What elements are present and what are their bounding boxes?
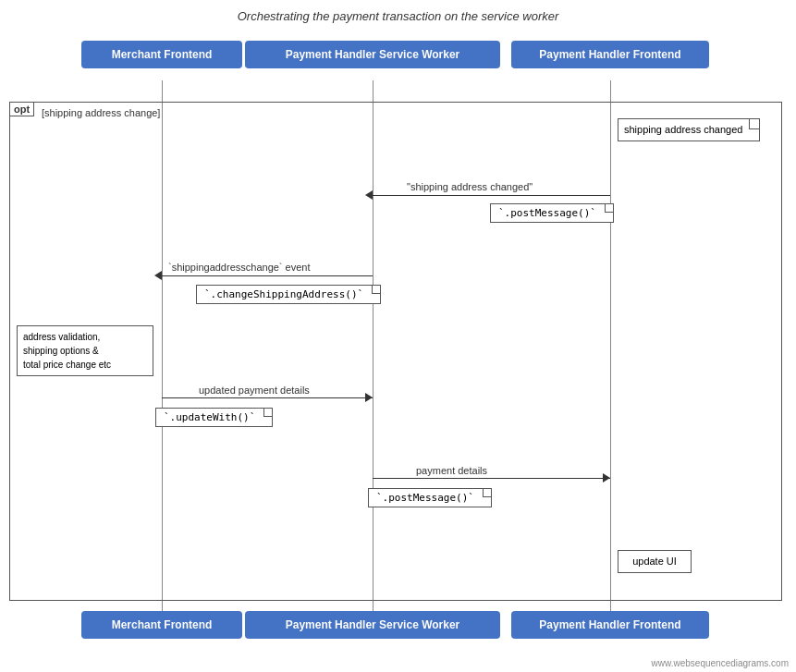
watermark: www.websequencediagrams.com bbox=[652, 658, 789, 668]
arrow-label-updated-payment: updated payment details bbox=[199, 385, 310, 396]
lifeline-merchant-bottom: Merchant Frontend bbox=[81, 611, 242, 639]
arrowhead-payment-details bbox=[603, 473, 610, 483]
lifeline-payment-sw-bottom: Payment Handler Service Worker bbox=[245, 611, 500, 639]
method-post-message-2: `.postMessage()` bbox=[368, 488, 492, 507]
arrow-label-shipping-change-event: `shippingaddresschange` event bbox=[168, 262, 311, 273]
arrow-shipping-change-event bbox=[162, 275, 373, 276]
lifeline-payment-sw-top: Payment Handler Service Worker bbox=[245, 41, 500, 68]
arrow-label-shipping-changed: "shipping address changed" bbox=[407, 181, 533, 192]
arrow-shipping-changed bbox=[373, 195, 610, 196]
note-update-ui: update UI bbox=[618, 550, 692, 573]
lifeline-merchant-top: Merchant Frontend bbox=[81, 41, 242, 68]
note-address-validation: address validation,shipping options &tot… bbox=[17, 325, 153, 376]
opt-label: opt bbox=[9, 102, 34, 116]
arrow-updated-payment bbox=[162, 397, 373, 398]
method-change-shipping: `.changeShippingAddress()` bbox=[196, 285, 381, 304]
opt-condition: [shipping address change] bbox=[42, 107, 160, 118]
method-update-with: `.updateWith()` bbox=[155, 408, 273, 427]
arrowhead-shipping-change-event bbox=[154, 271, 162, 280]
lifeline-payment-fe-top: Payment Handler Frontend bbox=[511, 41, 709, 68]
method-post-message-1: `.postMessage()` bbox=[490, 203, 614, 223]
arrowhead-updated-payment bbox=[365, 393, 373, 402]
arrowhead-shipping-changed bbox=[365, 190, 373, 200]
arrow-payment-details bbox=[373, 478, 610, 479]
lifeline-payment-fe-bottom: Payment Handler Frontend bbox=[511, 611, 709, 639]
diagram-container: Orchestrating the payment transaction on… bbox=[0, 0, 796, 672]
note-shipping-address-changed: shipping address changed bbox=[618, 118, 760, 141]
diagram-title: Orchestrating the payment transaction on… bbox=[0, 0, 796, 29]
arrow-label-payment-details: payment details bbox=[416, 465, 487, 476]
